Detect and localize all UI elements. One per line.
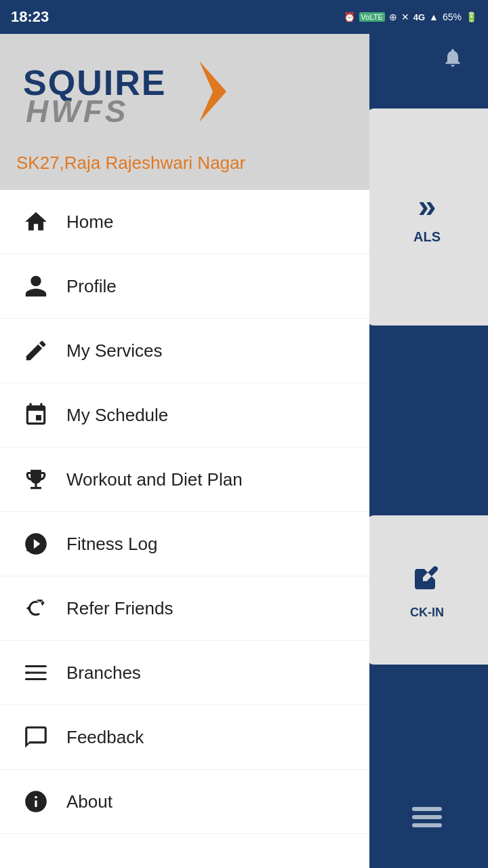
home-icon — [19, 205, 53, 239]
location-icon: ⊕ — [389, 12, 397, 22]
svg-marker-0 — [199, 61, 226, 122]
fitness-icon — [19, 527, 53, 561]
card-bottom — [366, 766, 488, 868]
notification-bell-button[interactable] — [438, 43, 468, 73]
clock-icon: ⏰ — [344, 12, 355, 22]
menu-item-profile[interactable]: Profile — [0, 254, 369, 319]
menu-item-refer-friends[interactable]: Refer Friends — [0, 576, 369, 641]
4g-icon: 4G — [413, 12, 425, 22]
logo-container: SQUIRE HWFS — [16, 54, 353, 132]
menu-label-branches: Branches — [66, 663, 141, 684]
menu-item-branches[interactable]: Branches — [0, 641, 369, 705]
menu-item-my-services[interactable]: My Services — [0, 319, 369, 383]
menu-item-home[interactable]: Home — [0, 190, 369, 254]
services-icon — [19, 334, 53, 368]
signal-x-icon: ✕ — [401, 12, 409, 22]
branch-name: SK27,Raja Rajeshwari Nagar — [16, 153, 245, 174]
trophy-icon — [19, 462, 53, 496]
card-top-text: ALS — [413, 229, 441, 245]
menu-item-fitness-log[interactable]: Fitness Log — [0, 512, 369, 576]
menu-item-workout-diet[interactable]: Workout and Diet Plan — [0, 448, 369, 512]
refer-icon — [19, 591, 53, 625]
status-icons: ⏰ VoLTE ⊕ ✕ 4G ▲ 65% 🔋 — [344, 12, 477, 22]
menu-item-feedback[interactable]: Feedback — [0, 705, 369, 770]
card-mid-text: CK-IN — [410, 606, 444, 620]
menu-label-fitness-log: Fitness Log — [66, 534, 157, 555]
menu-label-workout-diet: Workout and Diet Plan — [66, 469, 243, 490]
svg-rect-8 — [25, 678, 29, 680]
battery-icon: 🔋 — [466, 12, 477, 22]
menu-label-about: About — [66, 791, 113, 812]
about-icon — [19, 785, 53, 818]
status-bar: 18:23 ⏰ VoLTE ⊕ ✕ 4G ▲ 65% 🔋 — [0, 0, 488, 34]
status-time: 18:23 — [11, 8, 49, 26]
menu-label-profile: Profile — [66, 276, 117, 297]
signal-bars-icon: ▲ — [429, 12, 439, 22]
volte-icon: VoLTE — [359, 12, 385, 22]
menu-label-feedback: Feedback — [66, 727, 144, 748]
svg-rect-6 — [25, 665, 29, 667]
menu-label-refer-friends: Refer Friends — [66, 598, 174, 619]
navigation-drawer: SQUIRE HWFS SK27,Raja Rajeshwari Nagar H… — [0, 34, 369, 868]
branches-icon — [19, 656, 53, 690]
schedule-icon — [19, 398, 53, 432]
menu-label-home: Home — [66, 212, 113, 233]
squire-hwfs-logo: SQUIRE HWFS — [16, 54, 233, 129]
svg-rect-7 — [25, 671, 29, 673]
menu-list: Home Profile My Services My Schedule — [0, 190, 369, 868]
card-mid-arrow-icon — [411, 561, 443, 599]
battery-level: 65% — [443, 12, 462, 22]
profile-icon — [19, 269, 53, 303]
card-mid: CK-IN — [366, 515, 488, 665]
card-arrow-icon: » — [418, 190, 436, 222]
card-top: » ALS — [366, 108, 488, 326]
hamburger-icon — [412, 807, 442, 827]
menu-label-my-schedule: My Schedule — [66, 405, 168, 426]
menu-item-my-schedule[interactable]: My Schedule — [0, 383, 369, 448]
menu-item-about[interactable]: About — [0, 770, 369, 834]
drawer-header: SQUIRE HWFS SK27,Raja Rajeshwari Nagar — [0, 34, 369, 190]
feedback-icon — [19, 720, 53, 754]
svg-text:HWFS: HWFS — [26, 94, 128, 129]
menu-label-my-services: My Services — [66, 340, 163, 361]
